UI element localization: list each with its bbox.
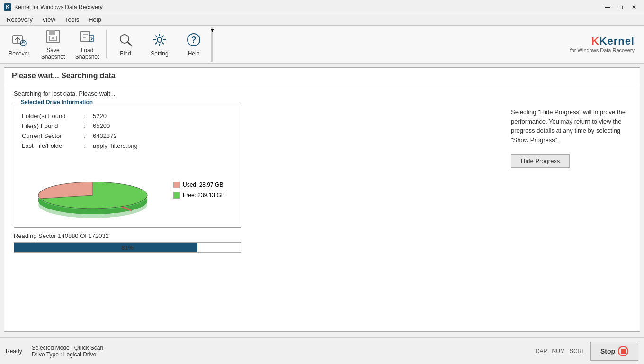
status-indicators: CAP NUM SCRL [536, 348, 585, 355]
toolbar-divider-1 [106, 30, 107, 58]
current-sector-value: 6432372 [93, 131, 233, 141]
reading-text: Reading Sector 140880 Of 172032 [14, 232, 255, 239]
pie-svg [22, 158, 164, 220]
find-icon [117, 31, 134, 48]
minimize-button[interactable]: ― [601, 2, 614, 12]
stop-icon [618, 346, 628, 356]
stop-label: Stop [600, 347, 615, 355]
help-icon: ? [185, 31, 202, 48]
svg-line-19 [155, 36, 157, 37]
window-controls: ― ◻ ✕ [601, 2, 640, 12]
main-content-area: Please wait... Searching data Searching … [4, 67, 640, 332]
pie-chart [22, 158, 164, 221]
svg-text:?: ? [191, 35, 197, 45]
svg-line-20 [162, 43, 164, 45]
scrl-indicator: SCRL [570, 348, 585, 355]
table-row: Current Sector : 6432372 [22, 131, 233, 141]
svg-line-21 [162, 36, 164, 37]
last-file-value: apply_filters.png [93, 141, 233, 151]
app-icon: K [4, 3, 11, 11]
file-found-value: 65200 [93, 121, 233, 131]
free-label: Free: 239.13 GB [183, 192, 225, 199]
load-snapshot-button[interactable]: Load Snapshot [70, 27, 104, 62]
setting-icon [151, 31, 168, 48]
status-left-area: Ready [6, 348, 22, 355]
find-button[interactable]: Find [108, 27, 143, 62]
menu-recovery[interactable]: Recovery [2, 15, 37, 24]
num-indicator: NUM [552, 348, 565, 355]
status-right-area: CAP NUM SCRL Stop [536, 342, 638, 361]
save-snapshot-icon [45, 28, 62, 45]
svg-rect-8 [81, 31, 89, 42]
toolbar-logo: KKernel for Windows Data Recovery [570, 35, 635, 53]
svg-line-22 [155, 43, 157, 45]
drive-info-section: Selected Drive Information Folder(s) Fou… [14, 103, 255, 253]
pie-legend: Used: 28.97 GB Free: 239.13 GB [173, 182, 225, 199]
ready-text: Ready [6, 348, 22, 355]
status-drive-type: Drive Type : Logical Drive [32, 351, 536, 358]
title-bar: K Kernel for Windows Data Recovery ― ◻ ✕ [0, 0, 644, 14]
load-snapshot-icon [79, 28, 96, 45]
main-panel: Searching for lost data. Please wait... … [4, 84, 640, 329]
menu-bar: Recovery View Tools Help [0, 14, 644, 26]
page-title: Please wait... Searching data [4, 68, 640, 84]
drive-info-box: Selected Drive Information Folder(s) Fou… [14, 103, 241, 228]
searching-text: Searching for lost data. Please wait... [14, 90, 630, 97]
pie-chart-area: Used: 28.97 GB Free: 239.13 GB [22, 158, 233, 221]
table-row: Last File/Folder : apply_filters.png [22, 141, 233, 151]
hide-progress-info: Selecting "Hide Progress" will improve t… [511, 108, 630, 145]
toolbar: Recover Save Snapshot Loa [0, 26, 644, 64]
help-button[interactable]: ? Help [177, 27, 211, 62]
recover-icon [10, 31, 27, 48]
drive-info-legend: Selected Drive Information [19, 99, 95, 106]
close-button[interactable]: ✕ [628, 2, 640, 12]
help-label: Help [188, 50, 200, 57]
table-row: File(s) Found : 65200 [22, 121, 233, 131]
find-label: Find [120, 50, 131, 57]
menu-view[interactable]: View [37, 15, 60, 24]
recover-label: Recover [9, 50, 30, 57]
svg-line-13 [127, 42, 132, 46]
status-mode-area: Selected Mode : Quick Scan Drive Type : … [22, 345, 536, 358]
status-bar: Ready Selected Mode : Quick Scan Drive T… [0, 337, 644, 364]
svg-rect-5 [50, 36, 56, 41]
last-file-label: Last File/Folder [22, 141, 83, 151]
current-sector-label: Current Sector [22, 131, 83, 141]
stop-button[interactable]: Stop [590, 342, 638, 361]
progress-bar-text: 81% [14, 243, 241, 252]
content-row: Selected Drive Information Folder(s) Fou… [14, 103, 630, 253]
used-label: Used: 28.97 GB [183, 182, 223, 188]
hide-progress-button[interactable]: Hide Progress [511, 154, 570, 168]
table-row: Folder(s) Found : 5220 [22, 111, 233, 121]
logo-sub-text: for Windows Data Recovery [570, 47, 635, 53]
used-color-box [173, 182, 180, 188]
menu-tools[interactable]: Tools [60, 15, 84, 24]
folder-found-value: 5220 [93, 111, 233, 121]
right-panel: Selecting "Hide Progress" will improve t… [511, 103, 630, 253]
window-title: Kernel for Windows Data Recovery [14, 4, 601, 10]
drive-info-table: Folder(s) Found : 5220 File(s) Found : 6… [22, 111, 233, 151]
folder-found-label: Folder(s) Found [22, 111, 83, 121]
load-snapshot-label: Load Snapshot [70, 47, 104, 60]
progress-bar-container: 81% [14, 242, 241, 253]
cap-indicator: CAP [536, 348, 547, 355]
file-found-label: File(s) Found [22, 121, 83, 131]
svg-point-14 [157, 37, 162, 42]
svg-rect-4 [49, 30, 55, 35]
progress-area: Reading Sector 140880 Of 172032 81% [14, 228, 255, 253]
save-snapshot-button[interactable]: Save Snapshot [36, 27, 70, 62]
status-mode: Selected Mode : Quick Scan [32, 345, 536, 351]
maximize-button[interactable]: ◻ [615, 2, 627, 12]
free-color-box [173, 192, 180, 199]
legend-used: Used: 28.97 GB [173, 182, 225, 188]
setting-label: Setting [151, 50, 168, 57]
menu-help[interactable]: Help [84, 15, 106, 24]
help-dropdown-arrow[interactable]: ▾ [211, 27, 213, 62]
logo-kernel-text: KKernel [570, 35, 635, 47]
setting-button[interactable]: Setting [143, 27, 177, 62]
legend-free: Free: 239.13 GB [173, 192, 225, 199]
recover-button[interactable]: Recover [2, 27, 36, 62]
save-snapshot-label: Save Snapshot [36, 47, 70, 60]
